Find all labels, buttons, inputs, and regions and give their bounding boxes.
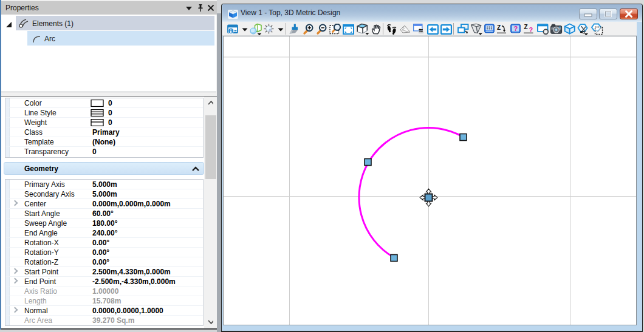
svg-text:Z: Z [524,24,528,30]
svg-text:Z: Z [497,24,501,30]
svg-text:?: ? [514,24,518,32]
svg-text:?: ? [529,25,533,33]
